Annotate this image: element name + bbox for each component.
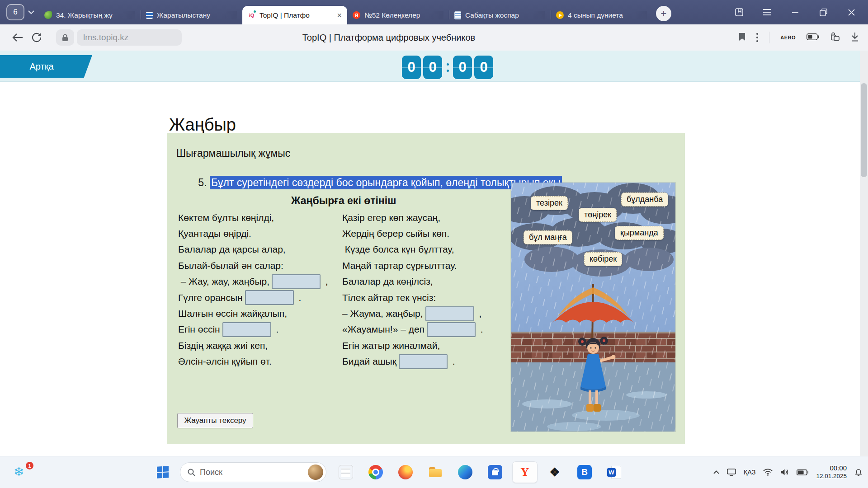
back-icon[interactable] (8, 28, 27, 47)
browser-tab[interactable]: iQTopIQ | Платфо× (242, 6, 347, 24)
menu-icon[interactable] (753, 0, 781, 24)
browser-tab[interactable]: Я№52 Көлеңкелер (347, 6, 449, 24)
answer-input[interactable] (272, 274, 321, 289)
poem-line: Шалғын өссін жайқалып, (178, 305, 342, 321)
address-bar-actions: AERO (739, 32, 859, 43)
back-button[interactable]: Артқа (0, 55, 92, 78)
answer-input[interactable] (245, 290, 294, 305)
taskbar-clock[interactable]: 00:00 12.01.2025 (816, 464, 847, 480)
cloud-word-chip[interactable]: қырманда (615, 226, 664, 240)
bapp-app-icon[interactable]: В (572, 461, 597, 483)
illustration-rain-scene: тезірекбұлданбатөңірекбұл маңғақырмандак… (511, 183, 675, 432)
volume-icon[interactable] (780, 469, 789, 476)
cloud-word-chip[interactable]: тезірек (531, 196, 568, 210)
poem-line: Былай-былай ән салар: (178, 258, 342, 273)
firefox-app-icon[interactable] (393, 461, 418, 483)
answer-input[interactable] (425, 306, 474, 321)
answer-input[interactable] (399, 354, 448, 369)
chrome-app-icon[interactable] (363, 461, 388, 483)
yandex-app-icon[interactable]: Y (512, 461, 538, 483)
poem-line: Маңай тартар сұрғылттау. (342, 258, 506, 273)
poem-text: Егін жатыр жиналмай, (342, 340, 440, 351)
cloud-word-chip[interactable]: бұлданба (621, 192, 668, 206)
folder-icon (428, 465, 443, 479)
chevron-down-icon[interactable] (28, 10, 34, 14)
check-answers-button[interactable]: Жауапты тексеру (177, 413, 253, 428)
system-tray: ҚАЗ 00:00 12.01.2025 (713, 456, 863, 488)
answer-input[interactable] (222, 322, 271, 337)
dropbox-app-icon[interactable]: ❖ (542, 461, 567, 483)
cloud-word-chip[interactable]: төңірек (579, 208, 617, 222)
taskbar: ❄ 1 Поиск Y❖ВW ҚАЗ (0, 456, 868, 488)
poem-text: Балалар да көңілсіз, (342, 276, 433, 287)
yandex-favicon-icon: Я (353, 11, 360, 19)
tab-close-icon[interactable]: × (337, 11, 342, 19)
tab-title: 4 сынып дүниета (568, 11, 647, 19)
language-indicator[interactable]: ҚАЗ (744, 469, 756, 476)
timer-digit: 0 (453, 56, 472, 79)
poem-line: – Жаума, жаңбыр, , (342, 305, 506, 321)
answer-input[interactable] (427, 322, 476, 337)
site-security-lock-icon[interactable] (56, 29, 74, 46)
poem-right-column: Қазір егер көп жаусаң,Жердің берер сыйы … (342, 210, 506, 370)
tab-title: Сабақты жоспар (465, 11, 545, 19)
refresh-icon[interactable] (27, 28, 46, 47)
poem-text: . (478, 324, 483, 335)
taskbar-center: Поиск Y❖ВW (152, 461, 629, 483)
poem-text: – Жаума, жаңбыр, (342, 308, 423, 319)
minimize-icon[interactable] (781, 0, 809, 24)
folder-app-icon[interactable] (423, 461, 448, 483)
poem-line: Бидай ашық . (342, 354, 506, 370)
tray-display-icon[interactable] (727, 469, 736, 476)
poem-line: Қазір егер көп жаусаң, (342, 210, 506, 225)
poem-line: Күзде болса күн бұлттау, (342, 242, 506, 258)
search-widget-image (308, 465, 323, 480)
word-app-icon[interactable]: W (602, 461, 627, 483)
notes-icon (339, 465, 353, 479)
edge-app-icon[interactable] (453, 461, 478, 483)
cloud-word-chip[interactable]: бұл маңға (524, 230, 572, 244)
poem-text: – Жау, жау, жаңбыр, (178, 276, 269, 287)
poem-text: Балалар да қарсы алар, (178, 244, 286, 255)
kebab-menu-icon[interactable] (756, 33, 758, 42)
poem-text: Гүлге орансын (178, 292, 243, 303)
notes-app-icon[interactable] (333, 461, 359, 483)
browser-tab[interactable]: 4 сынып дүниета (551, 6, 652, 24)
poem-text: Маңай тартар сұрғылттау. (342, 260, 457, 271)
shared-tabs-icon[interactable] (830, 32, 840, 43)
side-panel-icon[interactable] (725, 0, 753, 24)
browser-tab[interactable]: Жаратылыстану (141, 6, 242, 24)
bookmark-icon[interactable] (739, 33, 745, 43)
topiq-favicon-icon: iQ (248, 11, 255, 19)
close-icon[interactable] (837, 0, 865, 24)
browser-tab[interactable]: Сабақты жоспар (449, 6, 551, 24)
url-field[interactable]: lms.topiq.kz (77, 29, 182, 46)
tray-battery-icon[interactable] (797, 469, 808, 475)
restore-icon[interactable] (809, 0, 837, 24)
taskbar-search[interactable]: Поиск (180, 462, 326, 482)
poem-text: Бидай ашық (342, 356, 396, 367)
browser-tab[interactable]: 34. Жарықтың жұ (39, 6, 141, 24)
wifi-icon[interactable] (763, 469, 773, 476)
tab-counter[interactable]: 6 (6, 4, 34, 20)
poem-text: Былай-былай ән салар: (178, 260, 283, 271)
antivirus-tray-app[interactable]: ❄ 1 (14, 463, 33, 482)
store-app-icon[interactable] (482, 461, 508, 483)
start-button[interactable] (152, 461, 174, 483)
poem-line: Көктем бұлты көңілді, (178, 210, 342, 225)
page-scrollbar[interactable] (860, 51, 868, 456)
download-icon[interactable] (851, 32, 859, 43)
aero-mode-label: AERO (780, 35, 796, 40)
new-tab-button[interactable]: + (656, 6, 671, 21)
scrollbar-thumb[interactable] (861, 83, 867, 177)
task-type-label: Шығармашылық жұмыс (176, 147, 290, 160)
poem-text: . (450, 356, 455, 367)
tab-count-badge[interactable]: 6 (6, 4, 24, 20)
cloud-word-chip[interactable]: көбірек (584, 252, 622, 266)
timer-digit: 0 (423, 56, 442, 79)
store-icon (488, 465, 502, 479)
notifications-bell-icon[interactable] (854, 468, 863, 477)
divider (769, 32, 769, 43)
tray-chevron-up-icon[interactable] (713, 470, 719, 474)
word-icon: W (607, 465, 622, 479)
